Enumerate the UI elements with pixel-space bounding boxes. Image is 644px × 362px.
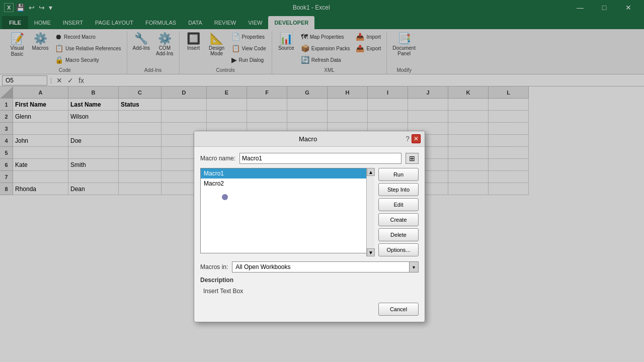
macro-dialog: Macro ? ✕ Macro name: ⊞ Macro1 Macro2 ▲: [194, 131, 425, 322]
scrollbar-down-button[interactable]: ▼: [367, 248, 375, 256]
macro-name-row: Macro name: ⊞: [200, 153, 419, 164]
dialog-title-icons: ? ✕: [406, 134, 421, 143]
dialog-bottom-bar: Cancel: [194, 303, 425, 322]
dialog-body: Macro name: ⊞ Macro1 Macro2 ▲ ▼ Run: [194, 147, 425, 303]
macros-in-select-wrapper: All Open Workbooks ▾: [232, 261, 419, 273]
scrollbar-track[interactable]: [367, 176, 374, 248]
macro-name-input[interactable]: [239, 153, 401, 164]
macro-list-item-macro1[interactable]: Macro1: [201, 168, 374, 178]
dialog-help-button[interactable]: ?: [406, 135, 410, 143]
description-section: Description Insert Text Box: [200, 277, 419, 297]
delete-button[interactable]: Delete: [378, 228, 419, 241]
step-into-button[interactable]: Step Into: [378, 183, 419, 196]
macros-in-dropdown-button[interactable]: ▾: [410, 261, 419, 273]
macros-in-label: Macros in:: [200, 263, 228, 270]
macros-in-value[interactable]: All Open Workbooks: [232, 261, 410, 273]
cancel-button[interactable]: Cancel: [378, 303, 419, 316]
options-button[interactable]: Options...: [378, 243, 419, 256]
scrollbar-up-button[interactable]: ▲: [367, 168, 375, 176]
dialog-content-area: Macro1 Macro2 ▲ ▼ Run Step Into Edit Cre…: [200, 168, 419, 256]
macros-in-row: Macros in: All Open Workbooks ▾: [200, 261, 419, 273]
macro-list-scrollbar: ▲ ▼: [366, 168, 374, 256]
dialog-title: Macro: [210, 135, 406, 143]
dialog-close-button[interactable]: ✕: [412, 134, 421, 143]
description-text: Insert Text Box: [200, 286, 419, 297]
description-label: Description: [200, 277, 419, 284]
macro-list[interactable]: Macro1 Macro2: [200, 168, 374, 253]
macro-name-browse-button[interactable]: ⊞: [406, 153, 419, 164]
macro-list-wrapper: Macro1 Macro2 ▲ ▼: [200, 168, 374, 256]
macro-name-label: Macro name:: [200, 155, 235, 162]
dialog-title-bar: Macro ? ✕: [194, 131, 425, 147]
macro-list-item-macro2[interactable]: Macro2: [201, 178, 374, 189]
edit-button[interactable]: Edit: [378, 198, 419, 211]
create-button[interactable]: Create: [378, 213, 419, 226]
dialog-action-buttons: Run Step Into Edit Create Delete Options…: [378, 168, 419, 256]
run-button[interactable]: Run: [378, 168, 419, 181]
